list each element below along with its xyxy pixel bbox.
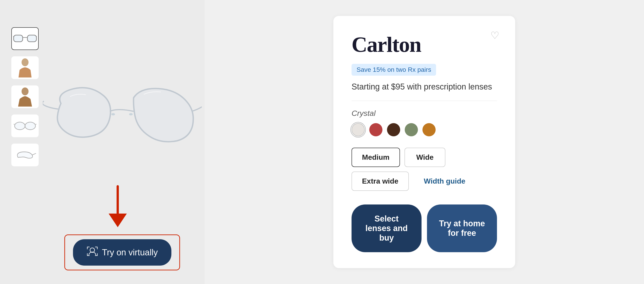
svg-point-8 [25,122,36,130]
try-on-area: Try on virtually [64,234,180,270]
swatch-red[interactable] [369,123,382,136]
left-panel: Try on virtually [0,0,204,284]
svg-rect-1 [27,35,36,42]
size-wide-label: Wide [416,153,434,161]
width-guide-label: Width guide [424,177,466,185]
try-on-icon [86,246,98,259]
try-on-button-label: Try on virtually [102,248,158,258]
width-guide-button[interactable]: Width guide [413,172,476,191]
main-image-area: Try on virtually [40,0,204,284]
swatch-dark-brown[interactable] [387,123,400,136]
size-extra-wide-label: Extra wide [362,177,398,185]
size-wide-button[interactable]: Wide [404,148,446,167]
swatch-amber[interactable] [422,123,436,136]
product-card: ♡ Carlton Save 15% on two Rx pairs Start… [333,16,515,268]
action-buttons: Select lenses and buy Try at home for fr… [352,204,497,252]
svg-point-6 [22,88,29,96]
heart-icon: ♡ [490,30,499,41]
color-swatches [352,123,497,136]
product-main-image [43,67,202,180]
svg-point-13 [129,113,133,116]
color-label: Crystal [352,109,497,118]
size-medium-label: Medium [362,153,390,161]
red-arrow [104,184,131,230]
svg-marker-15 [108,214,127,227]
select-lenses-label: Select lenses and buy [366,214,408,242]
size-extra-wide-button[interactable]: Extra wide [352,172,409,191]
svg-point-7 [14,122,25,130]
try-at-home-button[interactable]: Try at home for free [427,204,497,252]
size-buttons: Medium Wide Extra wide Width guide [352,148,497,191]
svg-point-12 [111,113,115,116]
divider-1 [352,101,497,101]
select-lenses-button[interactable]: Select lenses and buy [352,204,422,252]
thumbnail-sidebar [0,0,40,284]
size-medium-button[interactable]: Medium [352,148,400,167]
right-panel: ♡ Carlton Save 15% on two Rx pairs Start… [204,0,644,284]
svg-rect-0 [14,35,23,42]
try-on-box: Try on virtually [64,234,180,270]
try-at-home-label: Try at home for free [439,219,485,238]
promo-badge: Save 15% on two Rx pairs [352,64,436,76]
page-container: Try on virtually ♡ Carlton Save 15% on t… [0,0,644,284]
thumbnail-4[interactable] [11,114,39,137]
wishlist-button[interactable]: ♡ [490,30,499,41]
swatch-crystal[interactable] [352,123,365,136]
thumbnail-1[interactable] [11,27,39,50]
product-title: Carlton [352,32,497,57]
try-on-virtually-button[interactable]: Try on virtually [73,239,172,266]
thumbnail-5[interactable] [11,144,39,166]
svg-point-5 [22,58,29,66]
swatch-sage[interactable] [405,123,418,136]
price-text: Starting at $95 with prescription lenses [352,82,497,92]
thumbnail-3[interactable] [11,86,39,108]
thumbnail-2[interactable] [11,56,39,79]
